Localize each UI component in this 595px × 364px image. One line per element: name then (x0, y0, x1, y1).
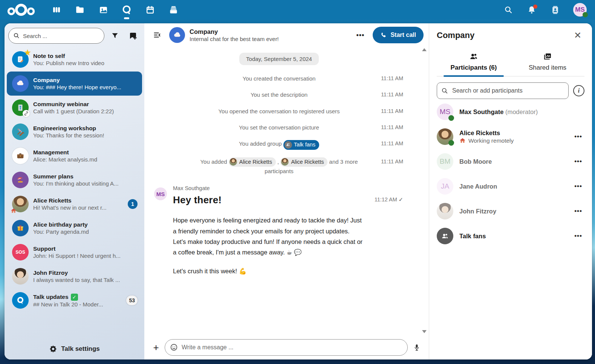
conversation-title: Talk updates (33, 294, 69, 300)
chat-avatar (169, 27, 185, 43)
system-message: You set the conversation picture 11:11 A… (150, 119, 408, 136)
timestamp: 11:11 AM (381, 90, 403, 99)
tab-shared-items[interactable]: Shared items (511, 49, 584, 76)
conversation-menu-icon[interactable]: ••• (353, 29, 369, 41)
conversation-john-fitzroy[interactable]: John FitzroyI always wanted to say, that… (7, 264, 142, 288)
summer-plans-avatar (12, 172, 29, 188)
close-icon[interactable]: ✕ (571, 29, 584, 42)
unified-search-icon[interactable] (503, 5, 514, 15)
participant-alice-ricketts[interactable]: Alice Ricketts Working remotely ••• (437, 125, 584, 149)
online-status-dot (448, 140, 454, 146)
start-call-button[interactable]: Start call (373, 27, 424, 43)
mention-avatar (281, 158, 289, 166)
verified-check-icon: ✓ (71, 294, 78, 301)
message-timestamp: 11:12 AM (375, 196, 397, 203)
conversation-list: ★ Note to selfYou: Publish new Intro vid… (5, 47, 144, 312)
chat-title: Company (190, 28, 279, 35)
participant-search-input[interactable] (437, 82, 569, 99)
calendar-icon[interactable] (145, 5, 155, 15)
tab-participants[interactable]: Participants (6) (437, 49, 511, 76)
participant-menu-icon[interactable]: ••• (572, 156, 584, 167)
conversation-note-to-self[interactable]: ★ Note to selfYou: Publish new Intro vid… (7, 47, 142, 72)
participant-search (437, 82, 569, 99)
participants-icon (437, 52, 511, 61)
timestamp: 11:11 AM (381, 139, 403, 148)
collapse-sidebar-icon[interactable] (150, 27, 165, 43)
participant-menu-icon[interactable]: ••• (572, 131, 584, 142)
notifications-bell-icon[interactable] (526, 5, 537, 15)
participant-avatar (437, 128, 453, 145)
gear-icon (49, 345, 57, 353)
message-heading: Hey there! (173, 194, 363, 206)
scroll-up-arrow[interactable] (422, 48, 427, 51)
user-mention-chip[interactable]: Alice Ricketts (229, 157, 276, 167)
dashboard-icon[interactable] (51, 5, 62, 15)
tab-label: Shared items (529, 64, 566, 71)
participant-menu-icon[interactable]: ••• (572, 206, 584, 216)
new-conversation-icon[interactable] (125, 28, 141, 43)
talk-updates-avatar (12, 292, 29, 309)
status-message: Working remotely (468, 137, 514, 144)
user-avatar[interactable]: MS (573, 3, 587, 17)
attach-plus-icon[interactable]: + (150, 342, 162, 353)
conversation-talk-updates[interactable]: Talk updates✓ ## New in Talk 20 - Moder.… (7, 288, 142, 312)
conversation-alice-ricketts[interactable]: Alice RickettsHi! What's new in our next… (7, 192, 142, 216)
mention-avatar (229, 158, 237, 166)
alice-avatar (12, 196, 29, 212)
message-author: Max Southgate (173, 185, 363, 191)
tab-label: Participants (6) (451, 64, 497, 71)
microphone-icon[interactable] (410, 344, 424, 351)
conversation-search-input[interactable] (8, 28, 104, 44)
user-mention-chip[interactable]: Alice Ricketts (280, 157, 327, 167)
photos-icon[interactable] (98, 5, 109, 15)
participant-menu-icon[interactable]: ••• (572, 181, 584, 192)
message-author-avatar: MS (154, 187, 167, 200)
conversation-company[interactable]: CompanyYou: ### Hey there! Hope everyo..… (7, 72, 142, 96)
nextcloud-logo-icon[interactable] (7, 3, 35, 16)
group-mention-chip[interactable]: Talk fans (283, 140, 319, 149)
conversation-management[interactable]: ManagementAlice: Market analysis.md (7, 144, 142, 168)
timestamp: 11:11 AM (381, 74, 403, 82)
sos-label: SOS (15, 250, 25, 255)
conversation-summer-plans[interactable]: Summer plansYou: I'm thinking about visi… (7, 168, 142, 192)
house-status-icon (11, 208, 17, 214)
group-avatar (437, 228, 453, 244)
participant-max-southgate[interactable]: MS Max Southgate (moderator) (437, 100, 584, 124)
panel-tabs: Participants (6) Shared items (437, 49, 584, 76)
scroll-down-arrow[interactable] (422, 330, 427, 333)
system-message: You set the description 11:11 AM (150, 87, 408, 103)
app-content: ★ Note to selfYou: Publish new Intro vid… (5, 23, 592, 359)
participant-talk-fans[interactable]: Talk fans ••• (437, 224, 584, 248)
message-body: Hope everyone is feeling energized and r… (173, 215, 363, 257)
birthday-avatar (12, 220, 29, 236)
workshop-avatar (12, 123, 29, 140)
conversation-engineering-workshop[interactable]: Engineering workshopYou: Thanks for the … (7, 120, 142, 144)
top-bar: MS (0, 0, 595, 20)
participant-bob-moore[interactable]: BM Bob Moore ••• (437, 149, 584, 174)
participant-john-fitzroy[interactable]: John Fitzroy ••• (437, 199, 584, 223)
filter-icon[interactable] (107, 28, 122, 43)
chat-column: Company Internal chat for the best team … (144, 23, 429, 359)
emoji-picker-icon[interactable] (170, 343, 178, 351)
conversation-alice-birthday[interactable]: Alice birthday partyYou: Party agenda.md (7, 216, 142, 240)
timestamp: 11:11 AM (381, 123, 403, 131)
deck-icon[interactable] (168, 5, 179, 15)
talk-icon[interactable] (121, 5, 132, 15)
moderator-label: (moderator) (505, 108, 538, 115)
webinar-avatar (12, 99, 29, 116)
conversation-support[interactable]: SOS SupportJohn: Hi Support ! Need urgen… (7, 240, 142, 264)
chat-message: MS Max Southgate Hey there! 11:12 AM✓ Ho… (150, 179, 408, 276)
files-icon[interactable] (75, 5, 85, 15)
phone-icon (380, 32, 387, 38)
timestamp: 11:11 AM (381, 107, 403, 115)
online-status-dot (448, 115, 454, 121)
participant-menu-icon[interactable]: ••• (572, 231, 584, 241)
conversation-community-webinar[interactable]: Community webinarCall with 1 guest (Dura… (7, 96, 142, 120)
link-badge-icon (23, 110, 30, 117)
group-icon (284, 141, 292, 149)
message-input[interactable] (165, 339, 408, 356)
talk-settings-button[interactable]: Talk settings (5, 338, 144, 359)
contacts-icon[interactable] (550, 5, 560, 15)
info-icon[interactable]: i (573, 85, 584, 96)
participant-jane-audron[interactable]: JA Jane Audron ••• (437, 174, 584, 198)
